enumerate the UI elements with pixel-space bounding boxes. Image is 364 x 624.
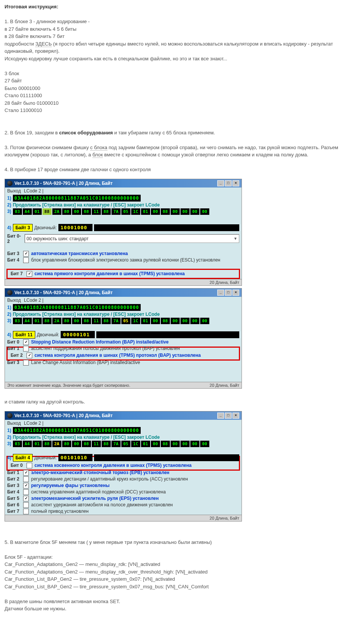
byte-14[interactable]: 00 xyxy=(151,441,160,447)
maximize-icon[interactable]: □ xyxy=(225,290,232,296)
byte-7[interactable]: 08 xyxy=(82,441,91,447)
close-icon[interactable]: × xyxy=(232,290,239,296)
byte-16[interactable]: 00 xyxy=(171,208,180,215)
byte-4[interactable]: 2A xyxy=(52,441,61,447)
byte-8[interactable]: 11 xyxy=(92,441,101,447)
link-block[interactable]: с блока xyxy=(90,145,107,151)
byte-19[interactable]: 00 xyxy=(200,441,209,447)
checkbox-bit3[interactable] xyxy=(23,360,29,366)
link-details[interactable]: ЗДЕСЬ xyxy=(35,41,52,47)
byte-16[interactable]: 00 xyxy=(171,441,180,447)
byte-8[interactable]: 11 xyxy=(92,318,101,324)
byte-16[interactable]: 00 xyxy=(171,318,180,324)
byte-9[interactable]: 88 xyxy=(102,208,111,215)
checkbox-bit1[interactable] xyxy=(23,346,29,351)
byte-0[interactable]: 03 xyxy=(13,318,22,324)
close-icon[interactable]: × xyxy=(232,413,239,419)
byte-0[interactable]: 03 xyxy=(13,208,22,215)
checkbox-bit4[interactable] xyxy=(23,257,29,263)
byte-7[interactable]: 08 xyxy=(82,318,91,324)
byte-3[interactable]: 88 xyxy=(42,441,52,447)
checkbox-bit5[interactable]: ✓ xyxy=(23,496,29,501)
checkbox-bit7[interactable]: ✓ xyxy=(27,271,32,277)
byte-19[interactable]: 00 xyxy=(200,318,209,324)
byte-6[interactable]: 00 xyxy=(72,441,81,447)
checkbox-bit3[interactable]: ✓ xyxy=(23,483,29,488)
byte-row: 03A401882A80000811887A051C01000800000000 xyxy=(13,318,209,324)
dropdown-bits02[interactable]: 00 окружность шин: стандарт▼ xyxy=(25,234,239,243)
byte-15[interactable]: 08 xyxy=(161,318,170,324)
byte-18[interactable]: 00 xyxy=(190,208,199,215)
minimize-icon[interactable]: _ xyxy=(217,413,224,419)
menu-lcode[interactable]: LCode 2 | xyxy=(24,298,44,303)
lcode-window-1: Ver.1.0.7.10 - 5NA-920-791-A | 20 Длина,… xyxy=(5,179,242,286)
byte-9[interactable]: 88 xyxy=(102,318,111,324)
checkbox-bit4[interactable] xyxy=(23,489,29,495)
byte-11[interactable]: 05 xyxy=(121,208,130,215)
byte-10[interactable]: 7A xyxy=(111,318,121,324)
byte-2[interactable]: 01 xyxy=(33,318,42,324)
checkbox-bit3[interactable]: ✓ xyxy=(23,251,29,257)
byte-17[interactable]: 00 xyxy=(180,441,190,447)
menu-exit[interactable]: Выход xyxy=(7,421,21,426)
menu-lcode[interactable]: LCode 2 | xyxy=(24,188,44,194)
byte-5[interactable]: 80 xyxy=(62,318,71,324)
byte-15[interactable]: 08 xyxy=(161,208,170,215)
byte-10[interactable]: 7A xyxy=(111,441,121,447)
byte-5[interactable]: 80 xyxy=(62,208,71,215)
byte-13[interactable]: 01 xyxy=(141,318,150,324)
byte-10[interactable]: 7A xyxy=(111,208,121,215)
byte-11[interactable]: 05 xyxy=(121,441,130,447)
byte-18[interactable]: 00 xyxy=(190,318,199,324)
byte-8[interactable]: 11 xyxy=(92,208,101,215)
text: Car_Function_List_BAP_Gen2 — tire_pressu… xyxy=(5,575,359,583)
byte-4[interactable]: 2A xyxy=(52,318,61,324)
byte-7[interactable]: 08 xyxy=(82,208,91,215)
byte-14[interactable]: 00 xyxy=(151,318,160,324)
byte-0[interactable]: 03 xyxy=(13,441,22,447)
byte-11[interactable]: 05 xyxy=(121,318,130,324)
maximize-icon[interactable]: □ xyxy=(225,180,232,186)
byte-12[interactable]: 1C xyxy=(131,208,140,215)
byte-6[interactable]: 00 xyxy=(72,208,81,215)
menu-exit[interactable]: Выход xyxy=(7,188,21,194)
checkbox-bit2[interactable] xyxy=(23,476,29,482)
text: 3 блок xyxy=(5,70,359,77)
byte-5[interactable]: 80 xyxy=(62,441,71,447)
checkbox-bit1[interactable]: ✓ xyxy=(23,470,29,476)
byte-1[interactable]: A4 xyxy=(23,441,32,447)
byte-17[interactable]: 00 xyxy=(180,208,190,215)
byte-13[interactable]: 01 xyxy=(141,441,150,447)
menu-exit[interactable]: Выход xyxy=(7,298,21,303)
close-icon[interactable]: × xyxy=(232,180,239,186)
byte-17[interactable]: 00 xyxy=(180,318,190,324)
byte-15[interactable]: 08 xyxy=(161,441,170,447)
byte-18[interactable]: 00 xyxy=(190,441,199,447)
byte-14[interactable]: 00 xyxy=(151,208,160,215)
checkbox-bit0[interactable]: ✓ xyxy=(23,339,29,345)
byte-3[interactable]: 88 xyxy=(42,208,52,215)
checkbox-bit2[interactable]: ✓ xyxy=(27,353,32,358)
byte-2[interactable]: 01 xyxy=(33,441,42,447)
checkbox-bit0[interactable] xyxy=(27,463,32,468)
minimize-icon[interactable]: _ xyxy=(217,290,224,296)
byte-9[interactable]: 88 xyxy=(102,441,111,447)
checkbox-bit6[interactable] xyxy=(23,502,29,508)
byte-1[interactable]: A4 xyxy=(23,318,32,324)
byte-1[interactable]: A4 xyxy=(23,208,32,215)
byte-3[interactable]: 88 xyxy=(42,318,52,324)
byte-12[interactable]: 1C xyxy=(131,318,140,324)
maximize-icon[interactable]: □ xyxy=(225,413,232,419)
minimize-icon[interactable]: _ xyxy=(217,180,224,186)
hint: Продолжить [Стрелка вниз] на клавиатуре … xyxy=(13,312,160,317)
byte-12[interactable]: 1C xyxy=(131,441,140,447)
checkbox-bit7[interactable] xyxy=(23,509,29,514)
byte-13[interactable]: 01 xyxy=(141,208,150,215)
byte-4[interactable]: 2A xyxy=(52,208,61,215)
lcode-window-2: Ver.1.0.7.10 - 5NA-920-791-A | 20 Длина,… xyxy=(5,288,242,389)
link-block2[interactable]: блок xyxy=(93,152,103,158)
menu-lcode[interactable]: LCode 2 | xyxy=(24,421,44,426)
byte-19[interactable]: 00 xyxy=(200,208,209,215)
byte-2[interactable]: 01 xyxy=(33,208,42,215)
byte-6[interactable]: 00 xyxy=(72,318,81,324)
